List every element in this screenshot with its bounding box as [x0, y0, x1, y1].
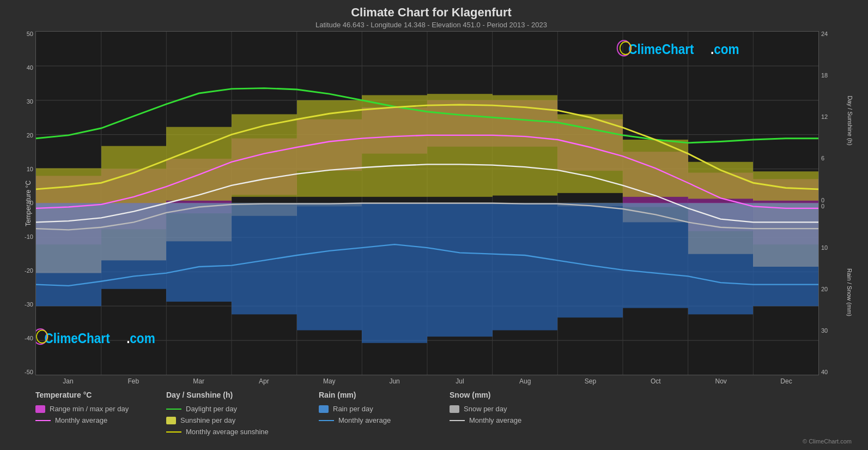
tick-right-12: 12: [821, 114, 828, 120]
y-axis-right-top-label: Day / Sunshine (h): [846, 95, 853, 145]
tick-right-18: 18: [821, 73, 828, 79]
x-label-sep: Sep: [558, 377, 623, 385]
legend-temp-avg-line: [35, 420, 51, 421]
tick-right-rain0: 0: [821, 203, 824, 209]
svg-rect-34: [36, 168, 101, 203]
y-axis-left: Temperature °C 50 40 30 20 10 0 -10 -20 …: [5, 31, 35, 375]
legend-rain-avg-line: [319, 420, 334, 421]
legend-rain-swatch: [319, 405, 329, 413]
legend-rain: Rain (mm) Rain per day Monthly average: [319, 391, 428, 436]
svg-rect-53: [493, 203, 557, 331]
legend-temp-avg-label: Monthly average: [55, 416, 107, 424]
legend-sunshine-title: Day / Sunshine (h): [166, 391, 297, 399]
x-label-oct: Oct: [623, 377, 688, 385]
legend-sunshine-avg: Monthly average sunshine: [166, 428, 297, 436]
x-label-aug: Aug: [493, 377, 558, 385]
svg-rect-54: [557, 203, 623, 318]
svg-text:ClimeChart: ClimeChart: [44, 330, 110, 346]
svg-rect-69: [753, 203, 818, 267]
tick-40: 40: [27, 65, 33, 71]
legend-temp-avg: Monthly average: [35, 416, 144, 424]
chart-title: Climate Chart for Klagenfurt: [5, 5, 857, 20]
chart-svg: ClimeChart . com ClimeChart . com: [36, 32, 818, 375]
legend-section: Temperature °C Range min / max per day M…: [35, 391, 857, 436]
legend-sunshine-swatch: [166, 417, 176, 424]
x-label-mar: Mar: [166, 377, 232, 385]
legend-snow-label: Snow per day: [464, 405, 507, 413]
svg-rect-38: [297, 100, 362, 197]
x-label-may: May: [296, 377, 362, 385]
x-axis: Jan Feb Mar Apr May Jun Jul Aug Sep Oct …: [35, 377, 819, 385]
tick-20: 20: [27, 133, 33, 139]
title-section: Climate Chart for Klagenfurt Latitude 46…: [5, 5, 857, 29]
svg-rect-44: [688, 162, 753, 199]
x-label-feb: Feb: [101, 377, 166, 385]
legend-sunshine-avg-line: [166, 431, 181, 433]
tick-30: 30: [27, 99, 33, 105]
x-label-jul: Jul: [427, 377, 493, 385]
legend-snow-avg-label: Monthly average: [469, 416, 521, 424]
legend-snow-avg: Monthly average: [450, 416, 559, 424]
svg-rect-51: [362, 203, 427, 343]
legend-temp-range-label: Range min / max per day: [50, 405, 129, 413]
svg-rect-35: [101, 146, 166, 203]
legend-temp-range: Range min / max per day: [35, 405, 144, 413]
legend-snow-bars: Snow per day: [450, 405, 559, 413]
tick-50: 50: [27, 31, 33, 37]
chart-plot: ClimeChart . com ClimeChart . com: [35, 31, 819, 375]
legend-rain-avg: Monthly average: [319, 416, 428, 424]
svg-rect-52: [427, 203, 493, 337]
svg-text:com: com: [714, 41, 739, 57]
legend-rain-label: Rain per day: [333, 405, 373, 413]
svg-rect-45: [753, 171, 818, 201]
svg-text:ClimeChart: ClimeChart: [628, 41, 694, 57]
x-label-jun: Jun: [362, 377, 427, 385]
legend-temperature: Temperature °C Range min / max per day M…: [35, 391, 144, 436]
svg-rect-58: [36, 203, 101, 273]
legend-sunshine-avg-label: Monthly average sunshine: [186, 428, 269, 436]
legend-snow-title: Snow (mm): [450, 391, 559, 399]
x-label-apr: Apr: [231, 377, 296, 385]
tick-right-rain10: 10: [821, 245, 828, 251]
svg-rect-60: [166, 203, 232, 242]
svg-rect-49: [232, 203, 297, 315]
chart-area: Temperature °C 50 40 30 20 10 0 -10 -20 …: [5, 31, 857, 375]
tick-right-6: 6: [821, 155, 824, 161]
main-container: Climate Chart for Klagenfurt Latitude 46…: [0, 0, 868, 450]
tick-right-rain40: 40: [821, 369, 828, 375]
legend-snow: Snow (mm) Snow per day Monthly average: [450, 391, 559, 436]
copyright: © ClimeChart.com: [5, 438, 852, 445]
y-axis-right: 24 18 12 6 0 Day / Sunshine (h) 0 10 20 …: [819, 31, 857, 375]
legend-sunshine-bars: Sunshine per day: [166, 416, 297, 424]
tick-right-rain30: 30: [821, 328, 828, 334]
chart-subtitle: Latitude 46.643 - Longitude 14.348 - Ele…: [5, 21, 857, 29]
svg-text:com: com: [130, 330, 155, 346]
legend-rain-title: Rain (mm): [319, 391, 428, 399]
svg-rect-61: [232, 203, 297, 216]
svg-rect-40: [427, 94, 493, 197]
tick-m30: -30: [25, 302, 33, 308]
x-label-jan: Jan: [35, 377, 101, 385]
x-label-dec: Dec: [754, 377, 819, 385]
legend-sunshine: Day / Sunshine (h) Daylight per day Suns…: [166, 391, 297, 436]
legend-rain-avg-label: Monthly average: [338, 416, 391, 424]
svg-rect-50: [297, 203, 362, 331]
legend-temp-title: Temperature °C: [35, 391, 144, 399]
tick-right-24: 24: [821, 31, 828, 37]
legend-daylight: Daylight per day: [166, 405, 297, 413]
svg-rect-37: [232, 114, 297, 196]
legend-daylight-label: Daylight per day: [186, 405, 237, 413]
legend-sunshine-label: Sunshine per day: [180, 416, 235, 424]
tick-m50: -50: [25, 369, 33, 375]
tick-m20: -20: [25, 268, 33, 274]
legend-temp-range-swatch: [35, 405, 45, 413]
tick-right-rain20: 20: [821, 286, 828, 292]
legend-snow-swatch: [450, 405, 459, 413]
x-label-nov: Nov: [688, 377, 754, 385]
y-axis-left-label: Temperature °C: [25, 171, 32, 236]
legend-daylight-line: [166, 409, 181, 410]
legend-rain-bars: Rain per day: [319, 405, 428, 413]
tick-right-0: 0: [821, 197, 824, 203]
y-axis-right-bottom-label: Rain / Snow (mm): [846, 268, 853, 316]
legend-snow-avg-line: [450, 420, 465, 421]
